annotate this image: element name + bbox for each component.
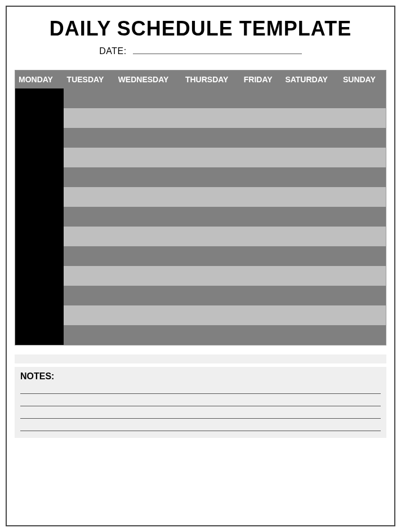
schedule-cell[interactable] (182, 266, 240, 286)
schedule-cell[interactable] (282, 305, 340, 325)
schedule-cell[interactable] (282, 325, 340, 345)
schedule-cell[interactable] (182, 207, 240, 227)
schedule-cell[interactable] (340, 286, 386, 305)
schedule-cell[interactable] (15, 108, 64, 128)
schedule-cell[interactable] (282, 148, 340, 167)
schedule-cell[interactable] (15, 187, 64, 207)
schedule-cell[interactable] (340, 266, 386, 286)
schedule-cell[interactable] (15, 227, 64, 246)
schedule-cell[interactable] (115, 266, 182, 286)
schedule-cell[interactable] (340, 187, 386, 207)
schedule-cell[interactable] (282, 108, 340, 128)
schedule-cell[interactable] (282, 286, 340, 305)
schedule-cell[interactable] (115, 207, 182, 227)
schedule-cell[interactable] (15, 286, 64, 305)
schedule-cell[interactable] (240, 128, 282, 148)
schedule-cell[interactable] (115, 227, 182, 246)
schedule-cell[interactable] (64, 187, 115, 207)
schedule-cell[interactable] (282, 128, 340, 148)
schedule-cell[interactable] (182, 128, 240, 148)
schedule-cell[interactable] (340, 227, 386, 246)
date-blank-line[interactable] (133, 54, 302, 54)
notes-line[interactable] (20, 419, 381, 431)
notes-line[interactable] (20, 406, 381, 419)
schedule-cell[interactable] (115, 108, 182, 128)
schedule-cell[interactable] (115, 167, 182, 187)
schedule-cell[interactable] (240, 266, 282, 286)
schedule-cell[interactable] (115, 187, 182, 207)
schedule-cell[interactable] (15, 207, 64, 227)
schedule-cell[interactable] (240, 246, 282, 266)
schedule-cell[interactable] (240, 207, 282, 227)
schedule-table: MONDAYTUESDAYWEDNESDAYTHURSDAYFRIDAYSATU… (15, 70, 386, 345)
schedule-cell[interactable] (64, 108, 115, 128)
schedule-cell[interactable] (115, 148, 182, 167)
schedule-cell[interactable] (240, 305, 282, 325)
schedule-cell[interactable] (64, 305, 115, 325)
schedule-cell[interactable] (182, 246, 240, 266)
notes-line[interactable] (20, 394, 381, 406)
schedule-cell[interactable] (15, 148, 64, 167)
schedule-cell[interactable] (182, 187, 240, 207)
schedule-cell[interactable] (240, 187, 282, 207)
notes-line[interactable] (20, 382, 381, 394)
schedule-cell[interactable] (115, 325, 182, 345)
schedule-cell[interactable] (282, 246, 340, 266)
schedule-cell[interactable] (15, 246, 64, 266)
schedule-cell[interactable] (64, 207, 115, 227)
schedule-cell[interactable] (240, 108, 282, 128)
schedule-cell[interactable] (282, 167, 340, 187)
schedule-cell[interactable] (15, 266, 64, 286)
schedule-cell[interactable] (240, 167, 282, 187)
schedule-cell[interactable] (182, 167, 240, 187)
schedule-cell[interactable] (64, 88, 115, 108)
schedule-cell[interactable] (64, 325, 115, 345)
schedule-cell[interactable] (340, 325, 386, 345)
date-field[interactable]: DATE: (15, 46, 386, 56)
schedule-cell[interactable] (240, 227, 282, 246)
schedule-cell[interactable] (64, 148, 115, 167)
schedule-cell[interactable] (340, 305, 386, 325)
schedule-cell[interactable] (182, 286, 240, 305)
schedule-cell[interactable] (182, 148, 240, 167)
schedule-cell[interactable] (182, 108, 240, 128)
schedule-cell[interactable] (340, 207, 386, 227)
schedule-cell[interactable] (182, 305, 240, 325)
schedule-cell[interactable] (115, 286, 182, 305)
table-row (15, 207, 386, 227)
schedule-cell[interactable] (340, 88, 386, 108)
schedule-cell[interactable] (15, 325, 64, 345)
schedule-cell[interactable] (340, 128, 386, 148)
schedule-cell[interactable] (182, 227, 240, 246)
schedule-cell[interactable] (64, 286, 115, 305)
schedule-cell[interactable] (240, 286, 282, 305)
schedule-cell[interactable] (282, 266, 340, 286)
schedule-cell[interactable] (15, 88, 64, 108)
schedule-cell[interactable] (115, 128, 182, 148)
schedule-cell[interactable] (282, 227, 340, 246)
schedule-cell[interactable] (282, 88, 340, 108)
schedule-cell[interactable] (240, 325, 282, 345)
schedule-cell[interactable] (182, 88, 240, 108)
schedule-cell[interactable] (182, 325, 240, 345)
schedule-cell[interactable] (340, 108, 386, 128)
schedule-cell[interactable] (15, 305, 64, 325)
schedule-cell[interactable] (340, 148, 386, 167)
table-row (15, 227, 386, 246)
schedule-cell[interactable] (15, 128, 64, 148)
schedule-cell[interactable] (15, 167, 64, 187)
schedule-cell[interactable] (64, 266, 115, 286)
schedule-cell[interactable] (64, 167, 115, 187)
schedule-cell[interactable] (64, 246, 115, 266)
schedule-cell[interactable] (340, 167, 386, 187)
schedule-cell[interactable] (64, 128, 115, 148)
schedule-cell[interactable] (282, 187, 340, 207)
schedule-cell[interactable] (340, 246, 386, 266)
schedule-cell[interactable] (115, 246, 182, 266)
schedule-cell[interactable] (240, 88, 282, 108)
schedule-cell[interactable] (282, 207, 340, 227)
schedule-cell[interactable] (115, 88, 182, 108)
schedule-cell[interactable] (115, 305, 182, 325)
schedule-cell[interactable] (240, 148, 282, 167)
schedule-cell[interactable] (64, 227, 115, 246)
